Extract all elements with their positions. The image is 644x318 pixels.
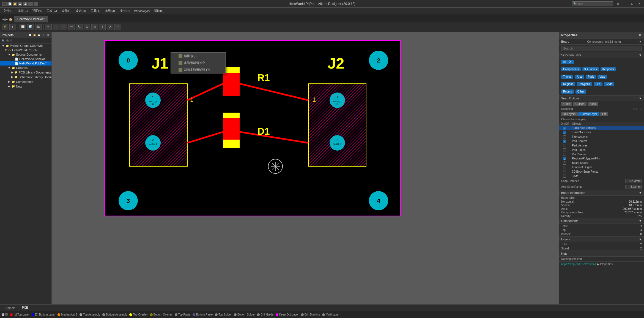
draw-button[interactable]: ✏ (45, 24, 52, 30)
minimize-button[interactable]: — (623, 1, 627, 6)
filter-keepouts[interactable]: Keepouts (601, 67, 616, 71)
close-project-btn[interactable]: ✕ (42, 33, 45, 37)
snap-grids-btn[interactable]: Grids (561, 102, 572, 106)
layer-top-paste[interactable]: Top Paste (175, 313, 190, 316)
save-all-icon[interactable]: 💾 (23, 2, 28, 6)
menu-window[interactable]: Window(W) (132, 9, 152, 13)
snap-current-layer-btn[interactable]: Current Layer (578, 112, 599, 116)
obj-row-pad-edges[interactable]: Pad Edges (559, 148, 644, 152)
filter-components[interactable]: Components (561, 67, 581, 71)
obj-row-track-arcs-vertices[interactable]: ✓ Track/Arcs Vertices (559, 126, 644, 130)
options-btn[interactable]: ⚙ (46, 33, 50, 37)
menu-file[interactable]: 文件(F) (1, 8, 15, 13)
tab-home[interactable]: 🏠 (9, 18, 13, 21)
save-icon[interactable]: 💾 (18, 2, 22, 6)
filter-texts[interactable]: Texts (604, 82, 614, 86)
filter-vias[interactable]: Vias (598, 75, 607, 79)
layer-top-assembly[interactable]: Top Assembly (80, 313, 100, 316)
pad-button[interactable]: ⬛ (61, 24, 67, 30)
components-header[interactable]: Components ▼ (559, 218, 644, 224)
menu-edit[interactable]: 编辑(E) (15, 8, 30, 13)
obj-row-texts[interactable]: Texts (559, 174, 644, 178)
filter-button[interactable]: ⚡ (2, 24, 8, 30)
menu-design[interactable]: 设计(D) (73, 8, 88, 13)
canvas-area[interactable]: 0 2 3 4 J1 J2 R1 D1 (52, 32, 559, 304)
rect-button[interactable]: ▭ (91, 24, 98, 30)
new-icon[interactable]: 📄 (7, 2, 12, 6)
snap-guides-btn[interactable]: Guides (573, 102, 587, 106)
open-icon[interactable]: 📂 (13, 2, 17, 6)
menu-tools[interactable]: 工具(T) (88, 8, 103, 13)
obj-row-board-shape[interactable]: Board Shape (559, 161, 644, 165)
obj-row-intersections[interactable]: Intersections (559, 135, 644, 139)
bottom-tab-projects[interactable]: Projects (1, 306, 19, 310)
bottom-tab-pcb[interactable]: PCB (19, 305, 32, 310)
layer-top[interactable]: [1] Top Layer (10, 313, 29, 316)
filter-regions[interactable]: Regions (561, 82, 575, 86)
menu-project[interactable]: 工程(C) (44, 8, 59, 13)
tree-item-schematic[interactable]: 📄 HelloWorld.SchDoc (0, 57, 51, 61)
ctx-item-1[interactable]: 辅圆 (G)... (171, 53, 225, 59)
layer-bottom-overlay[interactable]: Bottom Overlay (150, 313, 172, 316)
filter-pads[interactable]: Pads (586, 75, 596, 79)
layer-top-solder[interactable]: Top Solder (215, 313, 232, 316)
cb-track-arcs-vertices[interactable]: ✓ (563, 127, 566, 130)
menu-view[interactable]: 视图(V) (30, 8, 45, 13)
menu-report[interactable]: 报告(R) (117, 8, 132, 13)
obj-row-footprint-origins[interactable]: Footprint Origins (559, 165, 644, 170)
histogram-button[interactable]: 📊 (27, 24, 34, 30)
3d-button[interactable]: 3D (35, 24, 42, 30)
nets-header[interactable]: Nets (559, 251, 644, 257)
filter-tracks[interactable]: Tracks (561, 75, 573, 79)
layer-drill-drawing[interactable]: Drill Drawing (301, 313, 320, 316)
cb-pad-centers[interactable]: ✓ (563, 140, 566, 143)
maximize-button[interactable]: □ (630, 1, 635, 6)
layer-top-overlay[interactable]: Top Overlay (129, 313, 147, 316)
project-search-input[interactable] (6, 39, 50, 42)
snap-distance-val[interactable]: 0.203mm (625, 179, 642, 183)
obj-row-3d-body-snap[interactable]: 3D Body Snap Points (559, 170, 644, 174)
tree-item-components[interactable]: ▶ 📁 Components (0, 79, 51, 84)
props-search-input[interactable] (561, 46, 642, 51)
layer-drill-guide[interactable]: Drill Guide (257, 313, 273, 316)
undo-icon[interactable]: ↩ (28, 2, 33, 6)
interactive-button[interactable]: 〰 (68, 24, 75, 30)
cb-intersections[interactable] (563, 135, 566, 138)
drill-button[interactable]: ⦿ (84, 24, 90, 30)
layer-mech1[interactable]: Mechanical 1 (57, 313, 77, 316)
funnel-icon[interactable]: ⛭ (638, 33, 642, 37)
tree-item-pcb-lib[interactable]: ▶ 📁 PCB Library Documents (0, 70, 51, 75)
tree-item-source-docs[interactable]: ▼ 📁 Source Documents (0, 52, 51, 57)
layer-bottom-solder[interactable]: Bottom Solder (234, 313, 255, 316)
route-button[interactable]: 🔧 (76, 24, 83, 30)
pcb-canvas[interactable]: 0 2 3 4 J1 J2 R1 D1 (104, 40, 401, 216)
layer-bottom[interactable]: [2] Bottom Layer (32, 313, 55, 316)
obj-row-pad-vertices[interactable]: Pad Vertices (559, 143, 644, 148)
cb-pad-vertices[interactable] (563, 144, 566, 147)
obj-row-regions-poly-fills[interactable]: ✓ Regions/Polygons/Fills (559, 156, 644, 161)
filter-3dbodies[interactable]: 3D Bodies (582, 67, 599, 71)
cb-regions-poly-fills[interactable]: ✓ (563, 157, 566, 160)
tree-item-nets[interactable]: ▶ 📁 Nets (0, 84, 51, 89)
cb-texts[interactable] (563, 175, 566, 178)
tree-item-pcbdoc[interactable]: 📄 HelloWorld.PcbDoc* (0, 61, 51, 66)
filter-polygons[interactable]: Polygons (577, 82, 592, 86)
snap-axes-btn[interactable]: Axes (588, 102, 598, 106)
settings-icon[interactable]: ⚙ (615, 1, 620, 6)
tree-item-libraries[interactable]: ▼ 📁 Libraries (0, 66, 51, 70)
selection-filter-header[interactable]: Selection Filter ▼ (559, 52, 644, 58)
tree-item-project-group[interactable]: ▼ 📁 Project Group 1.DsnWrk (0, 44, 51, 48)
all-on-button[interactable]: All - On (561, 60, 574, 64)
titlebar-search[interactable] (572, 1, 613, 6)
cb-3d-body-snap[interactable] (563, 170, 566, 173)
cursor-button[interactable]: ↗ (107, 24, 113, 30)
board-info-header[interactable]: Board Information ▼ (559, 190, 644, 196)
cb-footprint-origins[interactable] (563, 166, 566, 169)
layer-IS[interactable]: IS (2, 313, 8, 316)
ctx-item-3[interactable]: 裁剪多边形辅铜 (Y) (171, 66, 225, 73)
obj-row-via-centers[interactable]: Via Centers (559, 152, 644, 156)
tab-nav-right[interactable]: ▶ (6, 18, 8, 21)
snap-options-header[interactable]: Snap Options ▼ (559, 96, 644, 101)
snap-all-layers-btn[interactable]: All Layers (561, 112, 578, 116)
tab-nav-left[interactable]: ◀ (2, 18, 4, 21)
